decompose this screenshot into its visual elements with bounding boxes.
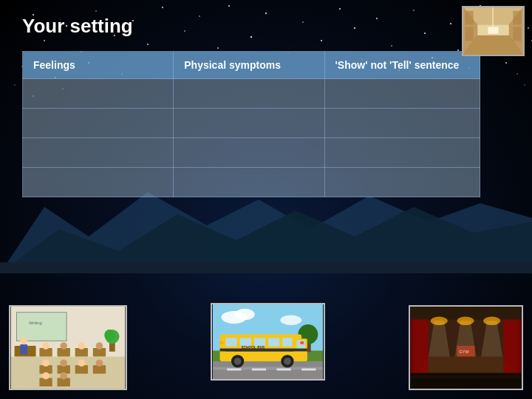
- svg-rect-122: [220, 341, 224, 344]
- svg-rect-102: [301, 369, 316, 371]
- svg-rect-61: [513, 27, 521, 41]
- svg-rect-60: [513, 11, 521, 25]
- svg-rect-127: [411, 319, 429, 374]
- cell-show-1: [324, 79, 480, 109]
- bus-image: SCHOOL BUS: [211, 303, 325, 381]
- svg-rect-112: [268, 338, 279, 347]
- svg-rect-58: [465, 11, 473, 25]
- svg-point-120: [284, 358, 291, 365]
- table-container: Feelings Physical symptoms 'Show' not 'T…: [22, 51, 480, 197]
- svg-point-118: [234, 358, 242, 365]
- svg-point-69: [42, 342, 50, 349]
- cell-show-3: [324, 138, 480, 168]
- svg-rect-128: [503, 319, 521, 374]
- svg-point-88: [20, 338, 27, 345]
- svg-rect-115: [225, 349, 293, 352]
- svg-rect-54: [488, 27, 498, 33]
- data-table: Feelings Physical symptoms 'Show' not 'T…: [22, 51, 480, 197]
- svg-rect-89: [20, 344, 27, 355]
- svg-point-73: [78, 342, 86, 349]
- cell-physical-3: [174, 138, 324, 168]
- cell-feelings-3: [23, 138, 174, 168]
- svg-point-87: [60, 372, 67, 380]
- table-row: [23, 168, 480, 197]
- svg-rect-65: [17, 313, 67, 341]
- cell-feelings-1: [23, 79, 174, 109]
- classroom-image: Writing: [9, 305, 127, 390]
- svg-rect-121: [300, 341, 304, 344]
- svg-text:GYM: GYM: [459, 349, 468, 354]
- cell-show-4: [324, 168, 480, 197]
- cell-feelings-2: [23, 109, 174, 138]
- svg-rect-113: [282, 338, 292, 347]
- svg-point-77: [42, 359, 50, 366]
- gym-image: GYM: [409, 305, 523, 390]
- svg-point-79: [60, 359, 67, 366]
- col-header-physical: Physical symptoms: [174, 52, 324, 79]
- svg-point-95: [235, 309, 255, 320]
- table-row: [23, 138, 480, 168]
- col-header-show-tell: 'Show' not 'Tell' sentence: [324, 52, 480, 79]
- svg-point-83: [96, 359, 103, 366]
- page-title: Your setting: [22, 15, 510, 38]
- svg-rect-59: [465, 27, 473, 41]
- col-header-feelings: Feelings: [23, 52, 174, 79]
- svg-rect-99: [227, 369, 241, 371]
- svg-point-96: [280, 315, 301, 324]
- cell-feelings-4: [23, 168, 174, 197]
- cell-show-2: [324, 109, 480, 138]
- svg-rect-109: [225, 338, 236, 347]
- cell-physical-1: [174, 79, 324, 109]
- table-row: [23, 109, 480, 138]
- svg-rect-101: [277, 369, 291, 371]
- svg-point-81: [78, 359, 86, 366]
- cell-physical-4: [174, 168, 324, 197]
- svg-point-92: [104, 330, 115, 341]
- table-header-row: Feelings Physical symptoms 'Show' not 'T…: [23, 52, 480, 79]
- cell-physical-2: [174, 109, 324, 138]
- svg-marker-126: [417, 357, 514, 373]
- svg-point-75: [96, 342, 103, 349]
- svg-text:Writing: Writing: [29, 321, 42, 325]
- svg-rect-136: [411, 375, 522, 379]
- hallway-image: [462, 6, 525, 56]
- svg-point-85: [42, 372, 50, 380]
- svg-point-71: [60, 342, 67, 349]
- table-row: [23, 79, 480, 109]
- svg-text:SCHOOL BUS: SCHOOL BUS: [241, 346, 265, 349]
- svg-rect-100: [252, 369, 266, 371]
